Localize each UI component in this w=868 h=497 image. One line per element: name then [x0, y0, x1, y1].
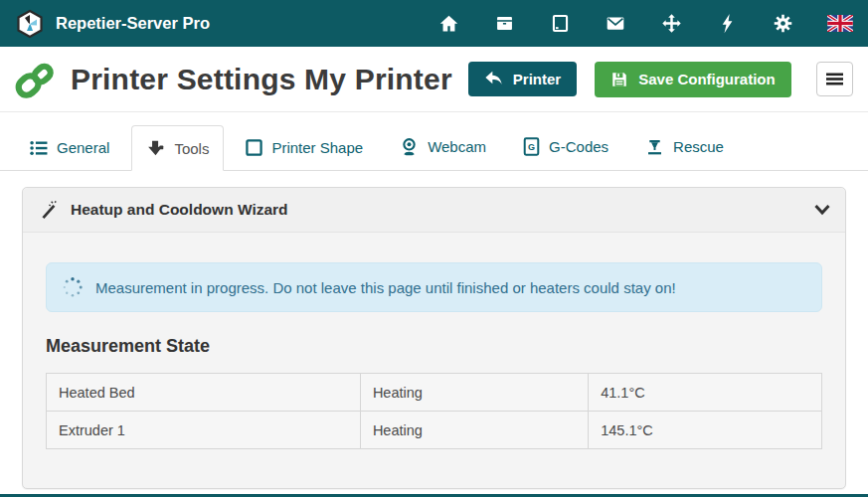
tab-gcodes-label: G-Codes — [549, 138, 608, 155]
measurement-state-title: Measurement State — [46, 336, 822, 357]
printer-button-label: Printer — [513, 71, 561, 87]
hamburger-icon — [826, 73, 843, 85]
settings-tabs: General Tools Printer Shape Webcam G G-C… — [0, 112, 868, 171]
heatup-cooldown-panel: Heatup and Cooldown Wizard — [22, 187, 846, 489]
heater-name-cell: Heated Bed — [47, 374, 361, 412]
list-icon — [30, 140, 48, 156]
table-row: Extruder 1 Heating 145.1°C — [47, 412, 822, 449]
navbar-icons — [437, 13, 853, 35]
mail-icon[interactable] — [605, 13, 626, 35]
nozzle-icon — [645, 137, 664, 156]
page: Repetier-Server Pro — [0, 0, 868, 497]
gear-icon[interactable] — [772, 13, 793, 35]
repetier-logo-icon — [15, 9, 45, 39]
heater-temp-cell: 145.1°C — [589, 412, 822, 449]
brand[interactable]: Repetier-Server Pro — [15, 9, 210, 39]
page-title: Printer Settings My Printer — [71, 63, 452, 96]
save-configuration-button[interactable]: Save Configuration — [595, 62, 791, 97]
square-outline-icon — [246, 139, 262, 156]
brand-label: Repetier-Server Pro — [56, 14, 210, 33]
measurement-alert: Measurement in progress. Do not leave th… — [46, 262, 822, 312]
chevron-down-icon[interactable] — [814, 204, 830, 216]
tab-printer-shape[interactable]: Printer Shape — [231, 125, 378, 170]
tab-webcam[interactable]: Webcam — [385, 123, 501, 170]
save-configuration-button-label: Save Configuration — [638, 71, 776, 87]
tab-printer-shape-label: Printer Shape — [271, 139, 363, 156]
heater-status-cell: Heating — [360, 374, 588, 412]
tab-tools[interactable]: Tools — [131, 125, 224, 171]
expand-arrows-icon[interactable] — [660, 13, 682, 35]
tab-tools-label: Tools — [174, 140, 209, 157]
heater-name-cell: Extruder 1 — [47, 412, 361, 449]
home-icon[interactable] — [437, 13, 459, 35]
spinner-icon — [62, 276, 84, 298]
tab-general[interactable]: General — [15, 125, 124, 170]
printer-button[interactable]: Printer — [468, 62, 577, 96]
reply-arrow-icon — [484, 71, 503, 87]
tab-webcam-label: Webcam — [428, 138, 486, 155]
magic-wand-icon — [38, 200, 58, 220]
measurement-state-table: Heated Bed Heating 41.1°C Extruder 1 Hea… — [46, 373, 822, 449]
top-navbar: Repetier-Server Pro — [0, 0, 868, 47]
bolt-icon[interactable] — [716, 13, 738, 35]
tablet-icon[interactable] — [549, 13, 571, 35]
menu-button[interactable] — [816, 62, 853, 96]
uk-flag-icon[interactable] — [827, 13, 853, 35]
tab-rescue[interactable]: Rescue — [630, 123, 739, 170]
tools-icon — [146, 139, 165, 157]
gcode-file-icon: G — [523, 137, 540, 156]
table-row: Heated Bed Heating 41.1°C — [47, 374, 822, 412]
svg-text:G: G — [528, 142, 535, 152]
tab-rescue-label: Rescue — [673, 138, 724, 155]
page-header: Printer Settings My Printer Printer Save… — [0, 47, 868, 112]
alert-message: Measurement in progress. Do not leave th… — [95, 279, 676, 296]
tab-gcodes[interactable]: G G-Codes — [508, 123, 623, 170]
save-icon — [610, 71, 628, 88]
chain-link-icon — [15, 58, 57, 101]
panel-body: Measurement in progress. Do not leave th… — [23, 233, 845, 488]
heater-status-cell: Heating — [360, 412, 588, 449]
printer-box-icon[interactable] — [493, 13, 515, 35]
webcam-icon — [400, 137, 419, 156]
heater-temp-cell: 41.1°C — [589, 374, 822, 412]
panel-header[interactable]: Heatup and Cooldown Wizard — [23, 188, 845, 233]
panel-title: Heatup and Cooldown Wizard — [71, 201, 288, 219]
tab-general-label: General — [57, 139, 109, 156]
